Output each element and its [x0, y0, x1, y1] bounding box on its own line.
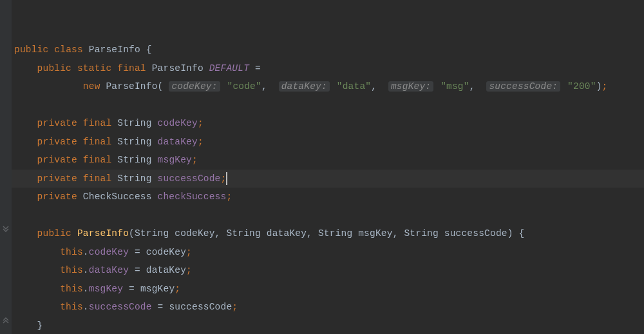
param-codekey: codeKey [175, 228, 214, 239]
semi: ; [192, 155, 198, 165]
field-datakey: dataKey [158, 137, 198, 147]
code-line[interactable]: private final String msgKey; [12, 151, 644, 170]
code-line[interactable]: this.codeKey = codeKey; [12, 243, 644, 262]
op-eq: = [129, 265, 146, 275]
param-msgkey: msgKey [358, 228, 392, 239]
code-line[interactable] [12, 4, 644, 23]
semi: ; [175, 284, 180, 294]
rparen: ) [507, 228, 513, 239]
comma: , [261, 81, 273, 92]
dot: . [83, 302, 89, 312]
op-eq: = [249, 63, 261, 74]
lparen: ( [158, 81, 164, 92]
ctor-name: ParseInfo [77, 228, 129, 239]
rparen: ) [596, 81, 602, 92]
field-codekey: codeKey [158, 118, 198, 128]
param-type: String [135, 228, 169, 239]
param-hint-successcode: successCode: [486, 81, 560, 92]
text-caret [226, 172, 227, 185]
local-ref: successCode [169, 302, 232, 312]
param-type: String [404, 228, 438, 239]
code-line[interactable] [12, 96, 644, 115]
code-line[interactable] [12, 23, 644, 41]
ctor-call: ParseInfo [106, 81, 157, 92]
keyword-private: private [37, 192, 77, 202]
param-datakey: dataKey [267, 228, 307, 239]
type-string: String [117, 137, 151, 147]
local-ref: msgKey [140, 284, 175, 294]
keyword-public: public [37, 63, 71, 74]
type-checksuccess: CheckSuccess [83, 192, 152, 202]
code-line[interactable] [12, 206, 644, 225]
constant-default: DEFAULT [209, 63, 249, 74]
keyword-this: this [60, 247, 83, 257]
comma: , [307, 228, 318, 239]
dot: . [83, 284, 89, 294]
op-eq: = [123, 284, 140, 294]
code-area[interactable]: public class ParseInfo { public static f… [12, 0, 644, 334]
string-literal: "200" [567, 81, 596, 92]
override-icon[interactable] [1, 224, 10, 233]
keyword-this: this [60, 302, 83, 312]
string-literal: "data" [337, 81, 371, 92]
field-ref: codeKey [89, 247, 129, 257]
code-line[interactable]: this.dataKey = dataKey; [12, 261, 644, 280]
code-line[interactable]: public static final ParseInfo DEFAULT = [12, 59, 644, 78]
code-line[interactable]: public class ParseInfo { [12, 41, 644, 59]
local-ref: codeKey [146, 247, 186, 257]
code-line[interactable]: this.msgKey = msgKey; [12, 280, 644, 299]
comma: , [469, 81, 481, 92]
code-line[interactable]: private final String codeKey; [12, 114, 644, 133]
semi: ; [186, 265, 192, 275]
field-checksuccess: checkSuccess [158, 192, 227, 202]
keyword-public: public [37, 228, 71, 239]
local-ref: dataKey [146, 265, 186, 275]
type-string: String [117, 118, 151, 128]
type-string: String [117, 173, 151, 184]
semi: ; [602, 81, 608, 92]
code-line[interactable]: public ParseInfo(String codeKey, String … [12, 224, 644, 243]
semi: ; [232, 302, 238, 312]
keyword-this: this [60, 284, 83, 294]
keyword-class: class [54, 44, 83, 55]
dot: . [83, 247, 89, 257]
keyword-final: final [83, 155, 112, 165]
lparen: ( [129, 228, 135, 239]
param-successcode: successCode [444, 228, 507, 239]
field-ref: successCode [89, 302, 152, 312]
semi: ; [198, 137, 204, 147]
code-editor[interactable]: public class ParseInfo { public static f… [0, 0, 644, 334]
code-line[interactable]: private final String dataKey; [12, 133, 644, 152]
param-hint-msgkey: msgKey: [388, 81, 433, 92]
class-name: ParseInfo [89, 44, 140, 55]
code-line[interactable]: private CheckSuccess checkSuccess; [12, 188, 644, 206]
dot: . [83, 265, 89, 275]
type-string: String [117, 155, 151, 165]
param-type: String [226, 228, 260, 239]
comma: , [371, 81, 383, 92]
collapse-icon[interactable] [1, 316, 10, 325]
field-successcode: successCode [158, 173, 221, 184]
comma: , [393, 228, 404, 239]
keyword-final: final [83, 118, 112, 128]
semi: ; [198, 118, 204, 128]
editor-gutter [0, 0, 12, 334]
param-hint-codekey: codeKey: [169, 81, 220, 92]
field-msgkey: msgKey [158, 155, 192, 165]
code-line[interactable]: new ParseInfo( codeKey: "code", dataKey:… [12, 77, 644, 96]
semi: ; [186, 247, 192, 257]
keyword-private: private [37, 118, 77, 128]
keyword-static: static [77, 63, 111, 74]
keyword-final: final [83, 173, 112, 184]
keyword-final: final [117, 63, 146, 74]
code-line[interactable]: this.successCode = successCode; [12, 298, 644, 317]
keyword-final: final [83, 137, 112, 147]
keyword-private: private [37, 137, 77, 147]
code-line[interactable]: } [12, 317, 644, 335]
op-eq: = [152, 302, 169, 312]
brace-close: } [37, 320, 43, 331]
semi: ; [221, 173, 227, 184]
string-literal: "msg" [440, 81, 469, 92]
code-line-current[interactable]: private final String successCode; [12, 170, 644, 188]
keyword-new: new [83, 81, 100, 92]
